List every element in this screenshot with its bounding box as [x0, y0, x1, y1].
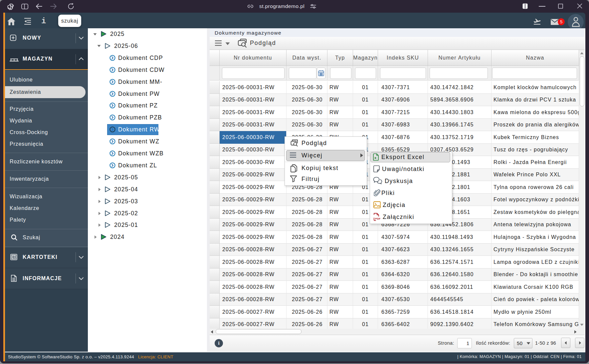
svg-text:x: x: [374, 156, 377, 160]
svg-text:PDF: PDF: [375, 217, 380, 220]
